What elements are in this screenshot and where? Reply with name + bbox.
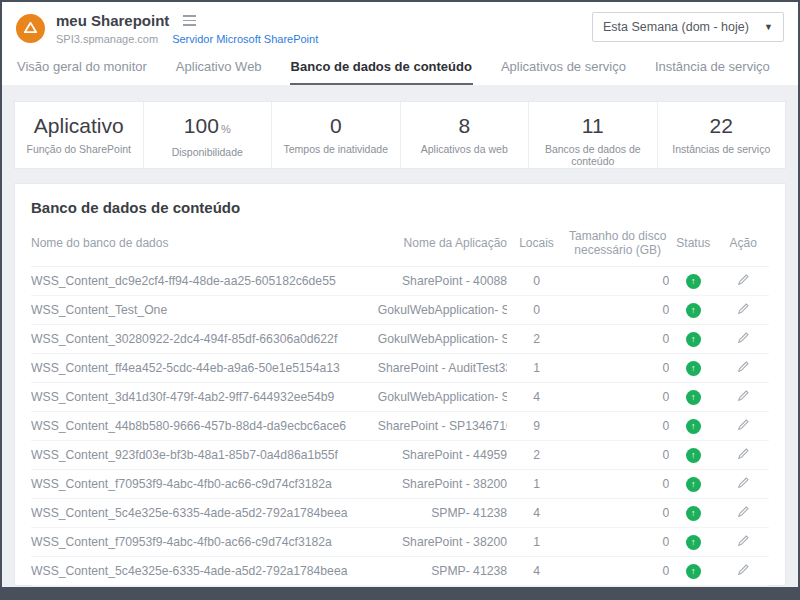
table-row: WSS_Content_30280922-2dc4-494f-85df-6630…: [31, 324, 769, 353]
stat-value: 8: [401, 114, 529, 138]
cell-disk-size: 0: [566, 353, 669, 382]
pencil-icon[interactable]: [737, 592, 750, 600]
pencil-icon[interactable]: [737, 563, 750, 579]
cell-application-name: SharePoint Web Services: [378, 585, 507, 600]
table-row: WSS_Content_dc9e2cf4-ff94-48de-aa25-6051…: [31, 267, 769, 296]
cell-locations: 0: [507, 295, 566, 324]
pencil-icon[interactable]: [737, 476, 750, 492]
period-dropdown[interactable]: Esta Semana (dom - hoje) ▼: [592, 12, 784, 42]
pencil-icon[interactable]: [737, 302, 750, 318]
stat-label: Disponibilidade: [144, 146, 272, 158]
pencil-icon[interactable]: [737, 447, 750, 463]
cell-disk-size: 0: [566, 324, 669, 353]
tab-monitor-overview[interactable]: Visão geral do monitor: [16, 52, 148, 85]
hamburger-menu-icon[interactable]: [183, 15, 196, 26]
column-header-status: Status: [669, 220, 717, 267]
arrow-up-circle-icon[interactable]: ↑: [686, 448, 701, 463]
table-row: WSS_Content_ff57e226-cc88-47ad-9d24-18d1…: [31, 585, 769, 600]
cell-status: ↑: [669, 498, 717, 527]
stat-label: Aplicativos da web: [401, 143, 529, 155]
column-header-locations: Locais: [507, 220, 566, 267]
cell-database-name: WSS_Content_923fd03e-bf3b-48a1-85b7-0a4d…: [31, 440, 378, 469]
arrow-up-circle-icon[interactable]: ↑: [686, 274, 701, 289]
table-row: WSS_Content_44b8b580-9666-457b-88d4-da9e…: [31, 411, 769, 440]
arrow-up-circle-icon[interactable]: ↑: [686, 593, 701, 600]
cell-database-name: WSS_Content_ff4ea452-5cdc-44eb-a9a6-50e1…: [31, 353, 378, 382]
cell-disk-size: 0: [566, 382, 669, 411]
period-dropdown-value: Esta Semana (dom - hoje): [603, 20, 749, 34]
pencil-icon[interactable]: [737, 273, 750, 289]
pencil-icon[interactable]: [737, 534, 750, 550]
cell-locations: 1: [507, 527, 566, 556]
stat-value: 0: [272, 114, 400, 138]
cell-application-name: SharePoint - 38200: [378, 527, 507, 556]
table-row: WSS_Content_f70953f9-4abc-4fb0-ac66-c9d7…: [31, 469, 769, 498]
cell-application-name: GokulWebApplication- SP1328261: [378, 295, 507, 324]
pencil-icon[interactable]: [737, 418, 750, 434]
cell-disk-size: 0: [566, 527, 669, 556]
arrow-up-circle-icon[interactable]: ↑: [686, 564, 701, 579]
cell-application-name: SharePoint - 38200: [378, 469, 507, 498]
pencil-icon[interactable]: [737, 331, 750, 347]
cell-status: ↑: [669, 382, 717, 411]
monitor-host: SPI3.spmanage.com: [56, 33, 158, 45]
arrow-up-circle-icon[interactable]: ↑: [686, 506, 701, 521]
table-row: WSS_Content_5c4e325e-6335-4ade-a5d2-792a…: [31, 556, 769, 585]
arrow-up-circle-icon[interactable]: ↑: [686, 332, 701, 347]
cell-locations: 9: [507, 411, 566, 440]
arrow-up-circle-icon[interactable]: ↑: [686, 419, 701, 434]
tab-service-instance[interactable]: Instância de serviço: [654, 52, 771, 85]
table-body: WSS_Content_dc9e2cf4-ff94-48de-aa25-6051…: [31, 267, 769, 600]
cell-locations: 2: [507, 324, 566, 353]
stat-downtimes: 0Tempos de inatividade: [271, 102, 400, 168]
table-header-row: Nome do banco de dados Nome da Aplicação…: [31, 220, 769, 267]
cell-action: [717, 556, 769, 585]
cell-application-name: SharePoint - AuditTest33453: [378, 353, 507, 382]
tab-service-applications[interactable]: Aplicativos de serviço: [500, 52, 627, 85]
stat-value: 22: [658, 114, 786, 138]
arrow-up-circle-icon[interactable]: ↑: [686, 477, 701, 492]
arrow-up-circle-icon[interactable]: ↑: [686, 390, 701, 405]
arrow-up-circle-icon[interactable]: ↑: [686, 303, 701, 318]
cell-disk-size: 0: [566, 267, 669, 296]
cell-database-name: WSS_Content_5c4e325e-6335-4ade-a5d2-792a…: [31, 498, 378, 527]
arrow-up-circle-icon[interactable]: ↑: [686, 535, 701, 550]
cell-locations: 1: [507, 353, 566, 382]
pencil-icon[interactable]: [737, 360, 750, 376]
cell-action: [717, 267, 769, 296]
cell-action: [717, 324, 769, 353]
stat-value: Aplicativo: [15, 114, 143, 138]
stat-label: Instâncias de serviço: [658, 143, 786, 155]
column-header-action: Ação: [717, 220, 769, 267]
column-header-name: Nome do banco de dados: [31, 220, 378, 267]
cell-status: ↑: [669, 267, 717, 296]
cell-database-name: WSS_Content_5c4e325e-6335-4ade-a5d2-792a…: [31, 556, 378, 585]
cell-action: [717, 469, 769, 498]
cell-disk-size: 0: [566, 411, 669, 440]
cell-status: ↑: [669, 527, 717, 556]
cell-status: ↑: [669, 324, 717, 353]
cell-locations: 4: [507, 498, 566, 527]
tab-content-database[interactable]: Banco de dados de conteúdo: [290, 52, 473, 85]
table-row: WSS_Content_ff4ea452-5cdc-44eb-a9a6-50e1…: [31, 353, 769, 382]
table-title: Banco de dados de conteúdo: [31, 199, 769, 216]
cell-status: ↑: [669, 411, 717, 440]
cell-application-name: GokulWebApplication- SP1328261: [378, 324, 507, 353]
cell-application-name: SharePoint - SP1346710: [378, 411, 507, 440]
cell-application-name: GokulWebApplication- SP1328261: [378, 382, 507, 411]
column-header-disk-size: Tamanho do disco necessário (GB): [566, 220, 669, 267]
arrow-up-circle-icon[interactable]: ↑: [686, 361, 701, 376]
cell-database-name: WSS_Content_30280922-2dc4-494f-85df-6630…: [31, 324, 378, 353]
cell-database-name: WSS_Content_f70953f9-4abc-4fb0-ac66-c9d7…: [31, 469, 378, 498]
cell-disk-size: 0: [566, 498, 669, 527]
pencil-icon[interactable]: [737, 389, 750, 405]
cell-action: [717, 527, 769, 556]
monitor-type-link[interactable]: Servidor Microsoft SharePoint: [172, 33, 318, 45]
pencil-icon[interactable]: [737, 505, 750, 521]
cell-locations: 0: [507, 267, 566, 296]
stat-label: Tempos de inatividade: [272, 143, 400, 155]
cell-action: [717, 498, 769, 527]
cell-disk-size: 0: [566, 440, 669, 469]
cell-action: [717, 411, 769, 440]
tab-web-application[interactable]: Aplicativo Web: [175, 52, 263, 85]
